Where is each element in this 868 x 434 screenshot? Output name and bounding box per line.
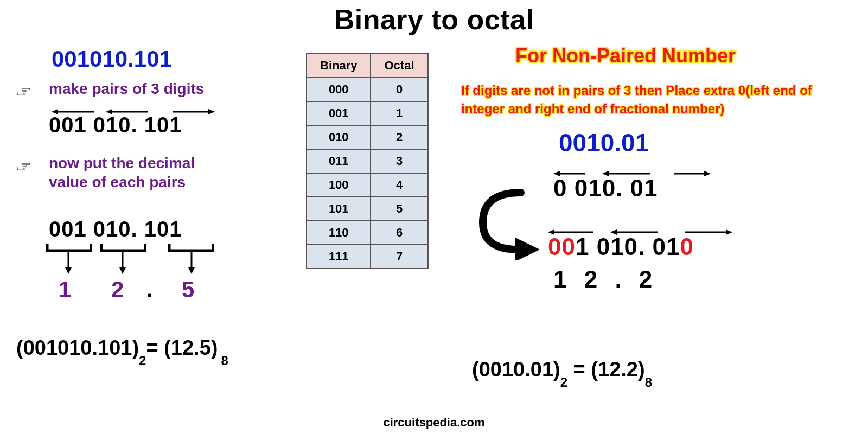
cell: 000 — [307, 78, 371, 101]
left-binary-number: 001010.101 — [52, 46, 172, 72]
table-row: 1106 — [307, 221, 428, 245]
svg-marker-7 — [65, 267, 72, 274]
svg-marker-11 — [188, 267, 195, 274]
step-2-text-b: value of each pairs — [49, 174, 186, 191]
svg-marker-17 — [704, 171, 711, 176]
cell: 2 — [371, 125, 427, 149]
pointing-hand-icon: ☞ — [15, 82, 31, 100]
table-header-binary: Binary — [307, 54, 371, 78]
octal-digit: 5 — [182, 277, 194, 303]
eq-equals: = — [146, 336, 164, 359]
right-explanation: If digits are not in pairs of 3 then Pla… — [461, 81, 852, 118]
cell: 001 — [307, 101, 371, 125]
padded-digit-red: 0 — [680, 233, 694, 260]
down-arrow-icon — [187, 252, 196, 274]
pointing-hand-icon: ☞ — [15, 157, 31, 175]
page-title: Binary to octal — [0, 3, 868, 36]
cell: 011 — [307, 149, 371, 173]
left-grouped-binary: 001 010. 101 — [49, 113, 182, 137]
left-grouped-binary-2: 001 010. 101 — [49, 217, 182, 241]
padded-digit: 010. — [597, 233, 653, 260]
subscript-8: 8 — [221, 353, 228, 368]
table-row: 0102 — [307, 125, 428, 149]
right-padded-binary: 001 010. 010 — [548, 233, 694, 260]
cell: 100 — [307, 173, 371, 197]
octal-dot: . — [146, 277, 153, 303]
table-row: 1015 — [307, 197, 428, 221]
subscript-2: 2 — [139, 353, 146, 368]
table-row: 0011 — [307, 101, 428, 125]
table-row: 0000 — [307, 78, 428, 101]
svg-marker-24 — [726, 229, 732, 235]
cell: 0 — [371, 78, 427, 101]
right-result-equation: (0010.01)2 = (12.2)8 — [472, 358, 652, 385]
step-2-text-a: now put the decimal — [49, 155, 195, 172]
octal-digit: 1 — [59, 277, 71, 303]
padded-digit-red: 0 — [548, 233, 561, 260]
right-grouped-initial: 0 010. 01 — [553, 175, 658, 202]
cell: 1 — [371, 101, 427, 125]
cell: 7 — [371, 245, 427, 269]
cell: 111 — [307, 245, 371, 269]
table-header-octal: Octal — [371, 54, 427, 78]
cell: 3 — [371, 149, 427, 173]
svg-marker-5 — [208, 109, 215, 114]
down-arrow-icon — [64, 252, 73, 274]
right-heading: For Non-Paired Number — [515, 44, 736, 67]
padded-digit-red: 0 — [561, 233, 575, 260]
right-arrow-icon — [673, 169, 711, 178]
eq-equals: = — [567, 358, 591, 381]
cell: 010 — [307, 125, 371, 149]
svg-marker-9 — [119, 267, 126, 274]
curved-arrow-icon — [472, 184, 542, 260]
padded-digit: 01 — [653, 233, 680, 260]
cell: 5 — [371, 197, 427, 221]
subscript-2: 2 — [560, 375, 567, 390]
left-result-equation: (001010.101)2= (12.5)8 — [16, 336, 228, 363]
table-row: 0113 — [307, 149, 428, 173]
table-row: 1117 — [307, 245, 428, 269]
eq-binary: (0010.01) — [472, 358, 560, 381]
eq-binary: (001010.101) — [16, 336, 139, 359]
step-1-text: make pairs of 3 digits — [49, 80, 204, 98]
cell: 6 — [371, 221, 427, 245]
octal-digit: 2 — [111, 277, 124, 303]
table-row: 1004 — [307, 173, 428, 197]
footer-credit: circuitspedia.com — [0, 416, 868, 430]
right-octal-result: 1 2 . 2 — [553, 266, 658, 293]
svg-marker-18 — [515, 238, 540, 260]
binary-octal-table: Binary Octal 0000 0011 0102 0113 1004 10… — [306, 53, 429, 269]
eq-octal: (12.5) — [164, 336, 218, 359]
cell: 101 — [307, 197, 371, 221]
cell: 110 — [307, 221, 371, 245]
eq-octal: (12.2) — [591, 358, 644, 381]
right-binary-number: 0010.01 — [559, 128, 649, 157]
padded-digit: 1 — [576, 233, 597, 260]
down-arrow-icon — [118, 252, 127, 274]
subscript-8: 8 — [645, 375, 652, 390]
cell: 4 — [371, 173, 427, 197]
